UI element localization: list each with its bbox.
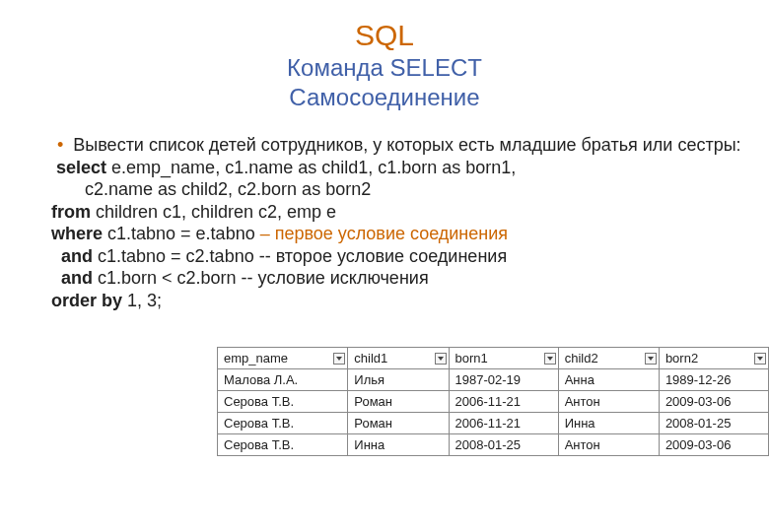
header-label: born2 — [665, 351, 698, 366]
cell: Антон — [558, 434, 659, 456]
slide-title: SQL — [28, 18, 741, 53]
where2-rest: c1.tabno = c2.tabno -- второе условие со… — [93, 246, 507, 266]
col-header-emp_name[interactable]: emp_name — [218, 348, 348, 369]
where3-rest: c1.born < c2.born -- условие исключения — [93, 268, 429, 288]
sql-line-where3: and c1.born < c2.born -- условие исключе… — [51, 267, 741, 290]
select-cols: e.emp_name, c1.name as child1, c1.born a… — [106, 158, 516, 177]
dropdown-icon[interactable] — [435, 353, 447, 365]
cell: Антон — [558, 391, 659, 413]
orderby-rest: 1, 3; — [122, 291, 162, 310]
cell: Илья — [348, 369, 449, 391]
cell: 2008-01-25 — [659, 413, 768, 434]
title-block: SQL Команда SELECT Самосоединение — [28, 18, 741, 112]
sql-line-select2: c2.name as child2, c2.born as born2 — [85, 178, 741, 201]
cell: 2008-01-25 — [449, 434, 558, 456]
col-header-born1[interactable]: born1 — [449, 348, 558, 369]
cell: 2009-03-06 — [659, 434, 768, 456]
from-rest: children c1, children c2, emp e — [91, 202, 336, 222]
header-label: born1 — [455, 351, 488, 366]
header-label: emp_name — [224, 351, 288, 366]
where1-rest: c1.tabno = e.tabno — [103, 224, 260, 243]
cell: Серова Т.В. — [218, 434, 348, 456]
cell: Серова Т.В. — [218, 391, 348, 413]
dropdown-icon[interactable] — [333, 353, 345, 365]
cell: Инна — [558, 413, 659, 434]
kw-where: where — [51, 224, 103, 243]
bullet-icon: • — [57, 134, 63, 157]
sql-line-from: from children c1, children c2, emp e — [51, 201, 741, 224]
kw-orderby: order by — [51, 291, 122, 310]
table-header-row: emp_name child1 born1 child2 born2 — [218, 348, 769, 369]
table-row: Серова Т.В. Роман 2006-11-21 Инна 2008-0… — [218, 413, 769, 434]
kw-and-2: and — [61, 246, 93, 266]
dropdown-icon[interactable] — [544, 353, 556, 365]
result-table-wrap: emp_name child1 born1 child2 born2 Малов… — [217, 347, 769, 456]
cell: Анна — [558, 369, 659, 391]
col-header-child1[interactable]: child1 — [348, 348, 449, 369]
cell: 2006-11-21 — [449, 413, 558, 434]
slide: SQL Команда SELECT Самосоединение • Выве… — [0, 0, 769, 532]
cell: 2006-11-21 — [449, 391, 558, 413]
cell: Инна — [348, 434, 449, 456]
sql-line-select: select e.emp_name, c1.name as child1, c1… — [51, 157, 741, 179]
header-label: child1 — [354, 351, 387, 366]
sql-line-where2: and c1.tabno = c2.tabno -- второе услови… — [51, 245, 741, 268]
dropdown-icon[interactable] — [754, 353, 766, 365]
table-row: Серова Т.В. Роман 2006-11-21 Антон 2009-… — [218, 391, 769, 413]
cell: 2009-03-06 — [659, 391, 768, 413]
kw-and-3: and — [61, 268, 93, 288]
cell: Серова Т.В. — [218, 413, 348, 434]
where1-comment: – первое условие соединения — [260, 224, 508, 243]
cell: Роман — [348, 391, 449, 413]
sql-line-orderby: order by 1, 3; — [51, 290, 741, 312]
cell: 1987-02-19 — [449, 369, 558, 391]
col-header-born2[interactable]: born2 — [659, 348, 768, 369]
table-row: Малова Л.А. Илья 1987-02-19 Анна 1989-12… — [218, 369, 769, 391]
slide-subtitle-2: Самосоединение — [28, 83, 741, 112]
sql-line-where1: where c1.tabno = e.tabno – первое услови… — [51, 223, 741, 245]
dropdown-icon[interactable] — [645, 353, 657, 365]
task-text: Вывести список детей сотрудников, у кото… — [73, 134, 740, 157]
cell: 1989-12-26 — [659, 369, 768, 391]
cell: Малова Л.А. — [218, 369, 348, 391]
kw-select: select — [56, 158, 106, 177]
table-row: Серова Т.В. Инна 2008-01-25 Антон 2009-0… — [218, 434, 769, 456]
task-bullet: • Вывести список детей сотрудников, у ко… — [51, 134, 741, 157]
cell: Роман — [348, 413, 449, 434]
content-block: • Вывести список детей сотрудников, у ко… — [51, 134, 741, 311]
kw-from: from — [51, 202, 91, 222]
header-label: child2 — [565, 351, 598, 366]
col-header-child2[interactable]: child2 — [558, 348, 659, 369]
result-table: emp_name child1 born1 child2 born2 Малов… — [217, 347, 769, 456]
slide-subtitle-1: Команда SELECT — [28, 53, 741, 83]
select-cols2: c2.name as child2, c2.born as born2 — [85, 179, 371, 199]
